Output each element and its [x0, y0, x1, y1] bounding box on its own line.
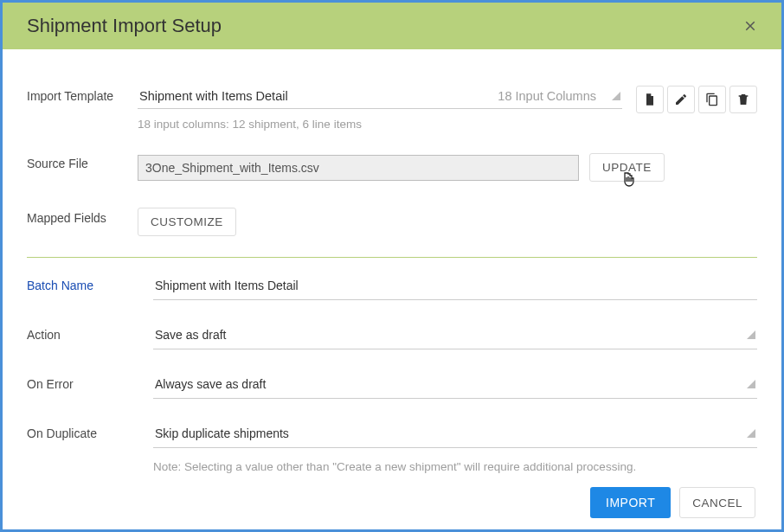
- copy-template-button[interactable]: [698, 86, 726, 113]
- batch-name-field[interactable]: Shipment with Items Detail: [153, 277, 757, 300]
- label-mapped-fields: Mapped Fields: [27, 208, 138, 225]
- on-duplicate-note: Note: Selecting a value other than "Crea…: [153, 460, 757, 473]
- import-template-columns: 18 Input Columns: [498, 89, 596, 103]
- import-button[interactable]: IMPORT: [590, 487, 671, 518]
- trash-icon: [736, 93, 750, 106]
- template-actions: [636, 86, 757, 113]
- pencil-icon: [674, 93, 688, 106]
- new-template-button[interactable]: [636, 86, 664, 113]
- on-error-select[interactable]: Always save as draft: [153, 375, 757, 399]
- close-icon: [742, 18, 758, 34]
- label-batch-name[interactable]: Batch Name: [27, 277, 153, 292]
- section-divider: [27, 257, 757, 258]
- batch-name-value: Shipment with Items Detail: [155, 279, 299, 292]
- label-source-file: Source File: [27, 153, 138, 170]
- dialog-footer: IMPORT CANCEL: [27, 487, 757, 518]
- label-import-template: Import Template: [27, 86, 138, 103]
- label-on-duplicate: On Duplicate: [27, 425, 153, 440]
- row-import-template: Import Template Shipment with Items Deta…: [27, 86, 757, 146]
- import-template-value: Shipment with Items Detail: [139, 89, 288, 103]
- copy-icon: [705, 93, 719, 106]
- cancel-button[interactable]: CANCEL: [679, 487, 755, 518]
- on-duplicate-select[interactable]: Skip duplicate shipments: [153, 425, 757, 448]
- dropdown-caret-icon: [747, 330, 755, 339]
- edit-template-button[interactable]: [667, 86, 695, 113]
- dialog-body: Import Template Shipment with Items Deta…: [3, 49, 781, 529]
- action-value: Save as draft: [155, 328, 227, 342]
- on-duplicate-value: Skip duplicate shipments: [155, 426, 289, 440]
- close-button[interactable]: [738, 14, 762, 38]
- row-action: Action Save as draft: [27, 326, 757, 349]
- row-batch-name: Batch Name Shipment with Items Detail: [27, 277, 757, 300]
- action-select[interactable]: Save as draft: [153, 326, 757, 349]
- dropdown-caret-icon: [612, 92, 620, 100]
- dropdown-caret-icon: [747, 380, 755, 388]
- import-template-select[interactable]: Shipment with Items Detail 18 Input Colu…: [138, 86, 622, 109]
- customize-button[interactable]: CUSTOMIZE: [138, 208, 236, 236]
- row-source-file: Source File UPDATE: [27, 153, 757, 182]
- row-mapped-fields: Mapped Fields CUSTOMIZE: [27, 208, 757, 236]
- label-action: Action: [27, 326, 153, 342]
- on-error-value: Always save as draft: [155, 377, 266, 391]
- titlebar: Shipment Import Setup: [3, 3, 781, 49]
- update-button[interactable]: UPDATE: [589, 153, 665, 182]
- row-on-duplicate: On Duplicate Skip duplicate shipments No…: [27, 425, 757, 473]
- delete-template-button[interactable]: [729, 86, 757, 113]
- file-icon: [643, 93, 657, 106]
- row-on-error: On Error Always save as draft: [27, 375, 757, 399]
- dropdown-caret-icon: [747, 429, 755, 438]
- source-file-input[interactable]: [138, 155, 579, 181]
- dialog-title: Shipment Import Setup: [27, 15, 222, 37]
- dialog-window: Shipment Import Setup Import Template Sh…: [0, 0, 784, 532]
- label-on-error: On Error: [27, 375, 153, 391]
- import-template-helper: 18 input columns: 12 shipment, 6 line it…: [138, 118, 622, 131]
